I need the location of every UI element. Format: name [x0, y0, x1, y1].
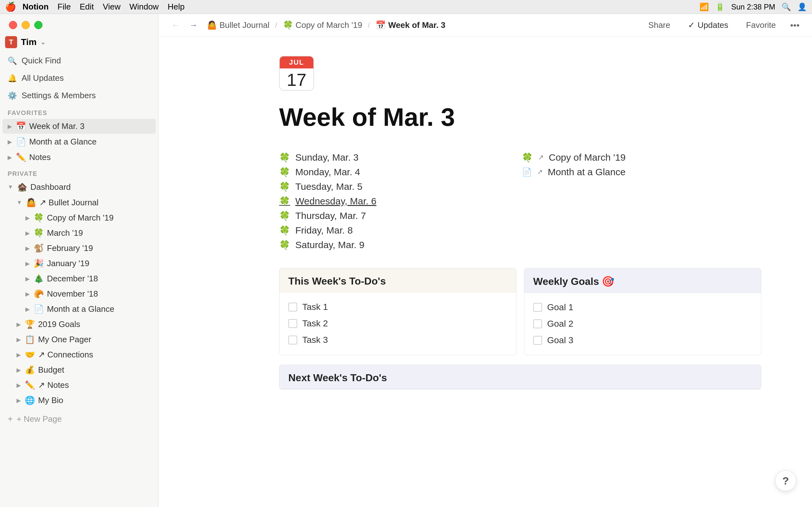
page-title: Week of Mar. 3: [279, 103, 761, 131]
doc-icon: 📄: [16, 137, 26, 147]
sidebar-item-dashboard[interactable]: ▼ 🏚️ Dashboard: [3, 180, 156, 194]
sidebar-item-feb19[interactable]: ▶ 🐒 February '19: [20, 241, 156, 256]
checkbox-task-2[interactable]: [288, 319, 297, 328]
goals-panel-header: Weekly Goals 🎯: [524, 268, 761, 293]
breadcrumb-bullet-journal[interactable]: 🤷 Bullet Journal: [204, 19, 272, 32]
link-saturday[interactable]: 🍀 Saturday, Mar. 9: [279, 238, 519, 252]
goal-item-2[interactable]: Goal 2: [533, 316, 752, 332]
chevron-right-icon: ▶: [8, 123, 12, 130]
goal-item-3[interactable]: Goal 3: [533, 332, 752, 349]
menubar-help[interactable]: Help: [167, 2, 184, 12]
tree-icon: 🎄: [34, 274, 44, 284]
chevron-right-icon: ▶: [16, 351, 21, 358]
sidebar-item-my-bio[interactable]: ▶ 🌐 My Bio: [11, 393, 156, 408]
breadcrumb-current[interactable]: 📅 Week of Mar. 3: [373, 19, 448, 32]
chevron-right-icon: ▶: [26, 215, 30, 222]
sidebar-item-connections[interactable]: ▶ 🤝 ↗ Connections: [11, 347, 156, 362]
help-button[interactable]: ?: [775, 470, 796, 491]
chevron-right-icon: ▶: [8, 138, 12, 146]
more-button[interactable]: •••: [788, 18, 802, 32]
sidebar-item-one-pager[interactable]: ▶ 📋 My One Pager: [11, 332, 156, 347]
menubar-view[interactable]: View: [103, 2, 120, 12]
clover-icon: 🍀: [279, 211, 290, 221]
sidebar-item-notes-fav[interactable]: ▶ ✏️ Notes: [3, 150, 156, 165]
minimize-button[interactable]: [21, 21, 30, 29]
traffic-lights: [0, 14, 158, 32]
updates-button[interactable]: ✓ Updates: [682, 18, 734, 33]
sidebar-item-quick-find[interactable]: 🔍 Quick Find: [3, 53, 156, 69]
settings-label: Settings & Members: [21, 91, 96, 101]
chevron-right-icon: ▶: [26, 230, 30, 237]
close-button[interactable]: [9, 21, 17, 29]
feb19-label: February '19: [47, 243, 93, 253]
doc-icon: 📄: [522, 167, 532, 177]
bread-icon: 🥐: [34, 289, 44, 299]
checkbox-task-3[interactable]: [288, 336, 297, 344]
sidebar-item-month-glance-nested[interactable]: ▶ 📄 Month at a Glance: [20, 302, 156, 317]
sidebar-item-jan19[interactable]: ▶ 🎉 January '19: [20, 256, 156, 271]
todo-task-3[interactable]: Task 3: [288, 332, 507, 348]
chevron-right-icon: ▶: [16, 397, 21, 404]
cal-day: 17: [280, 68, 313, 91]
menubar-file[interactable]: File: [57, 2, 71, 12]
checkbox-task-1[interactable]: [288, 302, 297, 312]
sidebar-item-settings[interactable]: ⚙️ Settings & Members: [3, 88, 156, 104]
copy-march19-label: Copy of March '19: [47, 213, 113, 223]
favorite-button[interactable]: Favorite: [740, 18, 781, 33]
chevron-right-icon: ▶: [26, 306, 30, 313]
sidebar-item-dec18[interactable]: ▶ 🎄 December '18: [20, 271, 156, 286]
menubar-window[interactable]: Window: [130, 2, 159, 12]
search-icon[interactable]: 🔍: [781, 3, 791, 11]
sidebar-item-nov18[interactable]: ▶ 🥐 November '18: [20, 286, 156, 301]
link-friday[interactable]: 🍀 Friday, Mar. 8: [279, 223, 519, 238]
link-copy-march[interactable]: 🍀 ↗ Copy of March '19: [522, 150, 761, 165]
page-links-left: 🍀 Sunday, Mar. 3 🍀 Monday, Mar. 4 🍀 Tues…: [279, 150, 519, 252]
link-sunday[interactable]: 🍀 Sunday, Mar. 3: [279, 150, 519, 165]
menubar: 🍎 File Notion File Edit View Window Help…: [0, 0, 812, 14]
sidebar-item-budget[interactable]: ▶ 💰 Budget: [11, 362, 156, 377]
sidebar-item-copy-march19[interactable]: ▶ 🍀 Copy of March '19: [20, 210, 156, 225]
page-links: 🍀 Sunday, Mar. 3 🍀 Monday, Mar. 4 🍀 Tues…: [279, 150, 761, 252]
link-saturday-label: Saturday, Mar. 9: [295, 239, 364, 250]
sidebar-item-notes-private[interactable]: ▶ ✏️ ↗ Notes: [11, 378, 156, 393]
link-thursday[interactable]: 🍀 Thursday, Mar. 7: [279, 209, 519, 223]
user-menu[interactable]: T Tim ⌄: [0, 32, 158, 52]
checkbox-goal-2[interactable]: [533, 320, 542, 328]
handshake-icon: 🤝: [25, 350, 35, 360]
sidebar-item-march19[interactable]: ▶ 🍀 March '19: [20, 226, 156, 240]
breadcrumb-copy-march[interactable]: 🍀 Copy of March '19: [281, 19, 365, 32]
private-section-label: PRIVATE: [0, 165, 158, 179]
sidebar-item-week-mar3[interactable]: ▶ 📅 Week of Mar. 3: [3, 119, 156, 134]
link-month-glance[interactable]: 📄 ↗ Month at a Glance: [522, 165, 761, 179]
apple-menu[interactable]: 🍎: [5, 2, 16, 12]
arrow-icon: ↗: [538, 153, 544, 162]
link-month-glance-label: Month at a Glance: [548, 167, 625, 177]
pencil-icon: ✏️: [16, 153, 26, 162]
chevron-right-icon: ▶: [26, 245, 30, 252]
checkbox-goal-3[interactable]: [533, 336, 542, 345]
fullscreen-button[interactable]: [34, 21, 43, 29]
menubar-notion-label[interactable]: Notion: [22, 2, 49, 12]
next-week-panel-header: Next Week's To-Do's: [280, 365, 761, 389]
new-page-button[interactable]: + + New Page: [0, 411, 158, 427]
back-button[interactable]: ←: [169, 18, 183, 32]
bell-icon: 🔔: [8, 74, 17, 83]
link-wednesday[interactable]: 🍀 Wednesday, Mar. 6: [279, 194, 519, 209]
sidebar-item-month-glance-fav[interactable]: ▶ 📄 Month at a Glance: [3, 134, 156, 149]
todo-task-2[interactable]: Task 2: [288, 315, 507, 332]
breadcrumb: 🤷 Bullet Journal / 🍀 Copy of March '19 /…: [204, 19, 448, 32]
breadcrumb-icon-march: 🍀: [283, 20, 293, 30]
forward-button[interactable]: →: [187, 18, 200, 32]
link-tuesday[interactable]: 🍀 Tuesday, Mar. 5: [279, 179, 519, 194]
calendar-icon: 📅: [16, 121, 26, 131]
sidebar-item-all-updates[interactable]: 🔔 All Updates: [3, 70, 156, 86]
menubar-edit[interactable]: Edit: [80, 2, 94, 12]
checkbox-goal-1[interactable]: [533, 303, 542, 312]
todo-task-1[interactable]: Task 1: [288, 299, 507, 315]
sidebar-item-2019-goals[interactable]: ▶ 🏆 2019 Goals: [11, 317, 156, 332]
link-monday[interactable]: 🍀 Monday, Mar. 4: [279, 165, 519, 179]
share-button[interactable]: Share: [643, 18, 676, 33]
goal-item-1[interactable]: Goal 1: [533, 299, 752, 316]
sidebar-item-bullet-journal[interactable]: ▼ 🤷 ↗ Bullet Journal: [11, 195, 156, 210]
goal-1-label: Goal 1: [547, 302, 573, 313]
